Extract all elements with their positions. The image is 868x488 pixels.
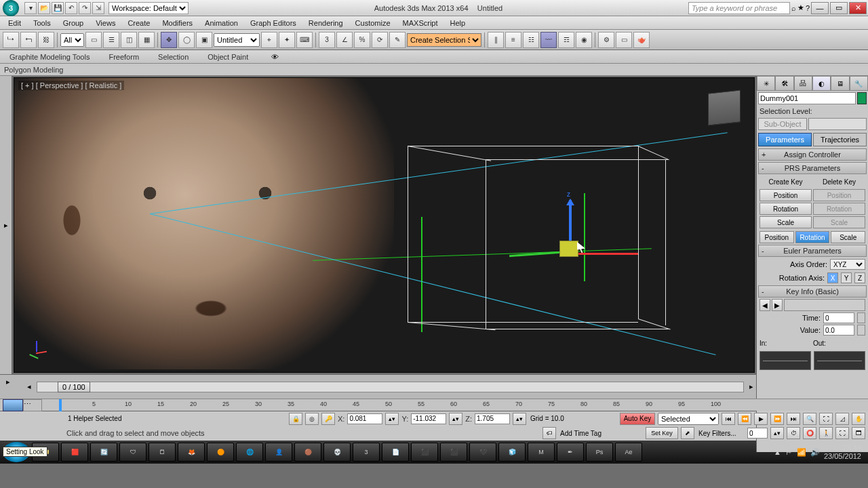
nav-orbit-icon[interactable]: ⭕ [803, 427, 816, 439]
qat-open-icon[interactable]: 📂 [38, 2, 50, 14]
track-bar-mini-curve-icon[interactable] [3, 399, 23, 411]
menu-modifiers[interactable]: Modifiers [157, 18, 198, 28]
selection-lock-icon[interactable]: 🔑 [321, 413, 335, 425]
qat-link-icon[interactable]: ⇲ [92, 2, 104, 14]
mirror-icon[interactable]: ∥ [488, 32, 504, 48]
sub-object-dropdown[interactable] [808, 118, 867, 130]
time-scroll-right-icon[interactable]: ▸ [747, 382, 756, 391]
coord-x-field[interactable]: 0.081 [347, 413, 382, 424]
nav-zoom-icon[interactable]: 🔍 [803, 413, 816, 425]
prs-scale-button[interactable]: Scale [831, 231, 865, 243]
nav-max-toggle-icon[interactable]: ⛶ [835, 427, 849, 439]
axis-order-select[interactable]: XYZ [830, 259, 865, 270]
create-key-scale[interactable]: Scale [760, 216, 812, 228]
nav-fov-icon[interactable]: ◿ [835, 413, 849, 425]
panel-tab-create-icon[interactable]: ✳ [757, 76, 775, 91]
panel-tab-utilities-icon[interactable]: 🔧 [850, 76, 868, 91]
select-region-icon[interactable]: ◫ [121, 32, 137, 48]
close-button[interactable]: ✕ [849, 2, 867, 14]
menu-rendering[interactable]: Rendering [303, 18, 349, 28]
create-key-rotation[interactable]: Rotation [760, 203, 812, 215]
info-icon[interactable]: ⌕ [791, 4, 796, 12]
panel-tab-display-icon[interactable]: 🖥 [831, 76, 849, 91]
tray-flag-icon[interactable]: 🏳 [785, 448, 793, 456]
panel-tab-modify-icon[interactable]: 🛠 [775, 76, 793, 91]
pivot-icon[interactable]: ⌖ [261, 32, 277, 48]
qat-new-icon[interactable]: ▾ [24, 2, 37, 14]
qat-redo-icon[interactable]: ↷ [79, 2, 91, 14]
move-gizmo[interactable]: z [502, 186, 638, 322]
ribbon-panel-label[interactable]: Polygon Modeling [0, 64, 868, 76]
select-object-icon[interactable]: ▭ [85, 32, 102, 48]
taskbar-app-14[interactable]: ⬛ [411, 443, 438, 462]
track-bar-keys-icon[interactable]: ⋯ [23, 399, 42, 411]
add-time-tag-label[interactable]: Add Time Tag [559, 428, 620, 439]
taskbar-app-3[interactable]: 🔄 [90, 443, 117, 462]
taskbar-app-10[interactable]: 🟤 [294, 443, 321, 462]
add-time-tag-icon[interactable]: 🏷 [542, 427, 556, 439]
prs-position-button[interactable]: Position [760, 231, 794, 243]
tray-expand-icon[interactable]: ▲ [774, 448, 781, 456]
time-config-icon[interactable]: ⏱ [787, 427, 800, 439]
rotation-axis-x[interactable]: X [827, 272, 838, 283]
track-bar[interactable]: ⋯ 51015202530354045505560657075808590951… [0, 399, 868, 411]
menu-tools[interactable]: Tools [28, 18, 56, 28]
render-setup-icon[interactable]: ⚙ [598, 32, 614, 48]
curve-editor-icon[interactable]: 〰 [540, 32, 557, 48]
prev-key-icon[interactable]: ◀ [760, 299, 770, 311]
render-icon[interactable]: 🫖 [633, 32, 650, 48]
z-spinner[interactable]: ▴▾ [513, 413, 526, 425]
tab-parameters[interactable]: Parameters [758, 133, 812, 146]
tray-clock[interactable]: 23:4923/05/2012 [824, 444, 861, 460]
material-editor-icon[interactable]: ◉ [576, 32, 592, 48]
next-frame-icon[interactable]: ⏩ [770, 413, 784, 425]
keyboard-shortcut-icon[interactable]: ⌨ [296, 32, 313, 48]
ref-coord-system[interactable]: Untitled [214, 33, 260, 47]
scale-tool-icon[interactable]: ▣ [196, 32, 212, 48]
taskbar-app-6[interactable]: 🦊 [178, 443, 205, 462]
taskbar-app-8[interactable]: 🌐 [236, 443, 263, 462]
prs-rotation-button[interactable]: Rotation [795, 231, 830, 243]
nav-zoom-all-icon[interactable]: ⛶ [819, 413, 833, 425]
qat-save-icon[interactable]: 💾 [52, 2, 64, 14]
play-icon[interactable]: ▶ [754, 413, 768, 425]
ribbon-toggle-icon[interactable]: 👁 [271, 53, 279, 61]
taskbar-app-20[interactable]: Ps [586, 443, 613, 462]
taskbar-app-16[interactable]: 🖤 [469, 443, 496, 462]
taskbar-app-15[interactable]: ⬛ [440, 443, 467, 462]
y-spinner[interactable]: ▴▾ [449, 413, 462, 425]
nav-walk-icon[interactable]: 🚶 [819, 427, 833, 439]
app-icon[interactable]: 3 [3, 0, 19, 16]
taskbar-app-12[interactable]: 3 [353, 443, 380, 462]
named-selection-set[interactable]: Create Selection Se [407, 33, 481, 47]
viewport-expand-icon[interactable]: ▸ [0, 76, 12, 374]
rotate-tool-icon[interactable]: ◯ [178, 32, 195, 48]
ribbon-tab-graphite[interactable]: Graphite Modeling Tools [0, 52, 99, 62]
lock-selection-icon[interactable]: 🔒 [289, 413, 302, 425]
value-field[interactable] [823, 325, 854, 336]
menu-views[interactable]: Views [90, 18, 121, 28]
tray-network-icon[interactable]: 📶 [797, 448, 806, 457]
time-spinner[interactable] [857, 312, 865, 323]
in-tangent-button[interactable] [760, 351, 811, 370]
menu-edit[interactable]: Edit [3, 18, 26, 28]
tab-trajectories[interactable]: Trajectories [813, 133, 867, 146]
taskbar-app-17[interactable]: 🧊 [498, 443, 526, 462]
goto-start-icon[interactable]: ⏮ [722, 413, 735, 425]
taskbar-app-13[interactable]: 📄 [382, 443, 409, 462]
taskbar-app-7[interactable]: 🟠 [207, 443, 234, 462]
current-frame-field[interactable]: 0 [747, 428, 768, 439]
taskbar-app-11[interactable]: 💀 [323, 443, 351, 462]
taskbar-app-5[interactable]: 🗒 [149, 443, 176, 462]
key-filters-button[interactable]: Key Filters... [697, 428, 745, 439]
angle-snap-icon[interactable]: ∠ [336, 32, 353, 48]
selection-filter[interactable]: All [60, 33, 84, 47]
next-key-icon[interactable]: ▶ [772, 299, 783, 311]
minimize-button[interactable]: — [811, 2, 829, 14]
menu-customize[interactable]: Customize [350, 18, 396, 28]
object-color-swatch[interactable] [857, 92, 867, 104]
maximize-button[interactable]: ▭ [830, 2, 848, 14]
select-name-icon[interactable]: ☰ [103, 32, 119, 48]
rotation-axis-z[interactable]: Z [854, 272, 865, 283]
prev-frame-icon[interactable]: ⏪ [738, 413, 751, 425]
